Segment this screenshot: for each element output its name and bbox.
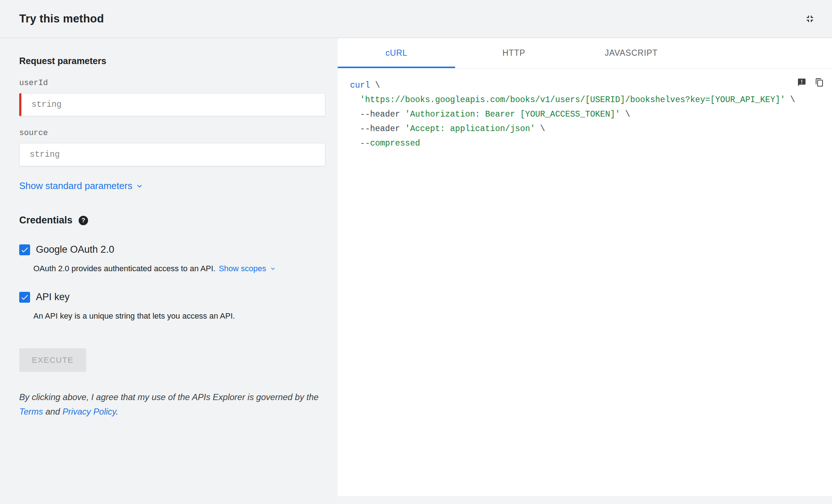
feedback-button[interactable]: [797, 78, 806, 87]
param-name-label: source: [19, 129, 325, 138]
code-language-tabs: cURL HTTP JAVASCRIPT: [338, 38, 832, 68]
code-line: 'https://books.googleapis.com/books/v1/u…: [350, 93, 823, 107]
param-row-userid: userId: [19, 79, 325, 116]
chevron-down-icon: [269, 265, 276, 272]
show-standard-parameters-row: Show standard parameters: [19, 180, 325, 192]
try-this-method-dialog: Try this method Request parameters userI…: [0, 0, 832, 504]
tab-http[interactable]: HTTP: [455, 38, 573, 68]
terms-disclaimer: By clicking above, I agree that my use o…: [19, 390, 325, 419]
userid-input[interactable]: [19, 93, 325, 116]
show-scopes-label: Show scopes: [219, 264, 266, 273]
disclaimer-text-mid: and: [43, 407, 62, 416]
apikey-label: API key: [36, 291, 70, 303]
apikey-checkbox[interactable]: [19, 292, 30, 303]
request-parameters-title: Request parameters: [19, 56, 325, 66]
request-panel: Request parameters userId source Show st…: [0, 38, 338, 504]
copy-button[interactable]: [815, 78, 824, 87]
fullscreen-exit-icon: [804, 13, 815, 24]
apikey-description-text: An API key is a unique string that lets …: [33, 311, 235, 321]
credentials-title: Credentials: [19, 215, 72, 226]
copy-icon: [815, 78, 824, 87]
oauth-checkbox-row: Google OAuth 2.0: [19, 244, 325, 255]
checkmark-icon: [20, 245, 29, 254]
code-line: --header 'Accept: application/json' \: [350, 122, 823, 136]
dialog-header: Try this method: [0, 0, 832, 38]
chevron-down-icon: [135, 182, 144, 190]
checkmark-icon: [20, 293, 29, 302]
apikey-checkbox-row: API key: [19, 291, 325, 303]
apikey-description: An API key is a unique string that lets …: [33, 311, 325, 321]
source-input[interactable]: [19, 143, 325, 166]
dialog-title: Try this method: [19, 12, 104, 25]
code-line: --header 'Authorization: Bearer [YOUR_AC…: [350, 107, 823, 122]
oauth-label: Google OAuth 2.0: [36, 244, 114, 255]
fullscreen-exit-button[interactable]: [802, 10, 818, 27]
feedback-icon: [797, 78, 806, 87]
code-area: curl \ 'https://books.googleapis.com/boo…: [338, 68, 832, 496]
code-sample-panel: cURL HTTP JAVASCRIPT: [338, 38, 832, 496]
code-block: curl \ 'https://books.googleapis.com/boo…: [350, 78, 823, 151]
privacy-policy-link[interactable]: Privacy Policy: [62, 407, 116, 416]
execute-button[interactable]: EXECUTE: [19, 348, 86, 372]
tab-javascript[interactable]: JAVASCRIPT: [573, 38, 690, 68]
show-scopes-link[interactable]: Show scopes: [219, 264, 276, 273]
param-name-label: userId: [19, 79, 325, 88]
tab-curl[interactable]: cURL: [338, 38, 455, 68]
param-row-source: source: [19, 129, 325, 166]
disclaimer-text-before: By clicking above, I agree that my use o…: [19, 392, 319, 402]
dialog-body: Request parameters userId source Show st…: [0, 38, 832, 504]
disclaimer-text-after: .: [116, 407, 118, 416]
terms-link[interactable]: Terms: [19, 407, 43, 416]
oauth-description: OAuth 2.0 provides authenticated access …: [33, 264, 325, 273]
credentials-header: Credentials ?: [19, 215, 325, 226]
code-line: curl \: [350, 78, 823, 93]
code-line: --compressed: [350, 136, 823, 151]
oauth-checkbox[interactable]: [19, 244, 30, 255]
oauth-description-text: OAuth 2.0 provides authenticated access …: [33, 264, 216, 273]
show-standard-parameters-label: Show standard parameters: [19, 180, 132, 192]
code-action-icons: [797, 78, 824, 87]
show-standard-parameters-link[interactable]: Show standard parameters: [19, 180, 144, 192]
help-icon[interactable]: ?: [79, 216, 88, 225]
